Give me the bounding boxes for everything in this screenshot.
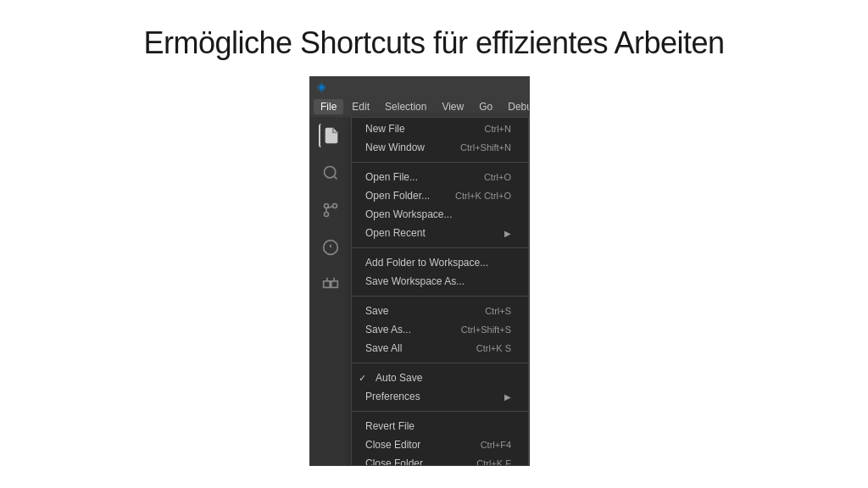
svg-rect-6 [331, 281, 338, 288]
chevron-right-icon-2: ▶ [504, 392, 511, 402]
menu-section-revert-close: Revert File Close Editor Ctrl+F4 Close F… [352, 415, 528, 465]
menu-open-folder[interactable]: Open Folder... Ctrl+K Ctrl+O [352, 186, 528, 205]
menu-section-workspace: Add Folder to Workspace... Save Workspac… [352, 252, 528, 292]
menu-open-workspace[interactable]: Open Workspace... [352, 205, 528, 224]
menu-close-editor[interactable]: Close Editor Ctrl+F4 [352, 435, 528, 454]
menu-save-workspace-as[interactable]: Save Workspace As... [352, 272, 528, 291]
menu-go[interactable]: Go [472, 99, 499, 114]
menu-section-save: Save Ctrl+S Save As... Ctrl+Shift+S Save… [352, 300, 528, 359]
menu-auto-save[interactable]: ✓ Auto Save [352, 369, 528, 387]
page-title: Ermögliche Shortcuts für effizientes Arb… [0, 0, 868, 78]
menu-save-as[interactable]: Save As... Ctrl+Shift+S [352, 320, 528, 339]
svg-point-0 [325, 167, 336, 178]
chevron-right-icon: ▶ [504, 229, 511, 238]
separator-4 [352, 363, 528, 363]
menu-new-window[interactable]: New Window Ctrl+Shift+N [352, 138, 528, 157]
separator-5 [352, 411, 528, 412]
menu-add-folder[interactable]: Add Folder to Workspace... [352, 253, 528, 272]
menu-view[interactable]: View [435, 99, 470, 114]
menu-section-autosave: ✓ Auto Save Preferences ▶ [352, 367, 528, 408]
extensions-icon[interactable] [319, 273, 342, 297]
menu-save-all[interactable]: Save All Ctrl+K S [352, 339, 528, 358]
menu-debug[interactable]: Debug [501, 99, 530, 114]
menu-save[interactable]: Save Ctrl+S [352, 302, 528, 320]
menu-preferences[interactable]: Preferences ▶ [352, 387, 528, 406]
separator-1 [352, 162, 528, 163]
debug-icon[interactable] [319, 236, 342, 259]
source-control-icon[interactable] [319, 198, 342, 222]
menu-revert-file[interactable]: Revert File [352, 417, 528, 435]
menu-new-file[interactable]: New File Ctrl+N [352, 119, 528, 138]
menu-bar: File Edit Selection View Go Debug [310, 96, 529, 117]
menu-selection[interactable]: Selection [378, 99, 433, 114]
menu-open-recent[interactable]: Open Recent ▶ [352, 224, 528, 242]
menu-file[interactable]: File [314, 99, 343, 114]
svg-point-3 [325, 213, 329, 217]
separator-2 [352, 247, 528, 248]
explorer-icon[interactable] [319, 124, 342, 147]
menu-open-file[interactable]: Open File... Ctrl+O [352, 168, 528, 186]
checkmark-icon: ✓ [359, 373, 366, 384]
title-bar: ◈ [310, 77, 529, 96]
menu-section-open: Open File... Ctrl+O Open Folder... Ctrl+… [352, 166, 528, 244]
svg-rect-5 [324, 281, 331, 288]
editor-content: New File Ctrl+N New Window Ctrl+Shift+N … [351, 117, 529, 465]
search-icon[interactable] [319, 161, 342, 185]
vscode-window: ◈ File Edit Selection View Go Debug [309, 76, 530, 466]
vscode-logo-icon: ◈ [317, 80, 326, 93]
menu-close-folder[interactable]: Close Folder Ctrl+K F [352, 454, 528, 465]
activity-bar [310, 117, 351, 465]
svg-line-1 [334, 176, 337, 180]
separator-3 [352, 296, 528, 297]
menu-section-new: New File Ctrl+N New Window Ctrl+Shift+N [352, 118, 528, 158]
file-menu-dropdown: New File Ctrl+N New Window Ctrl+Shift+N … [351, 117, 529, 465]
svg-point-4 [333, 204, 337, 208]
main-area: New File Ctrl+N New Window Ctrl+Shift+N … [310, 117, 529, 465]
menu-edit[interactable]: Edit [345, 99, 376, 114]
